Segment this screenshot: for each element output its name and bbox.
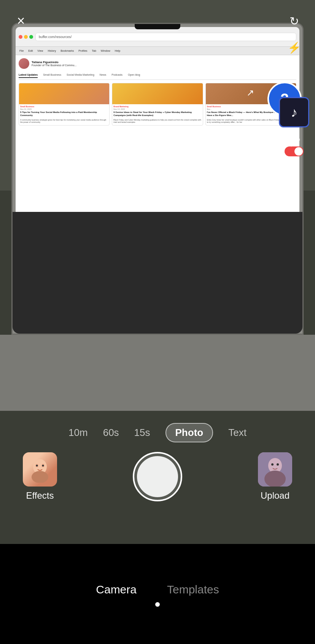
effects-button[interactable]: Effects <box>23 452 57 501</box>
svg-point-8 <box>264 471 286 487</box>
bottom-tabs: Camera Templates <box>0 568 315 596</box>
toggle-switch: ✓ <box>285 146 304 156</box>
laptop-keyboard <box>13 212 302 334</box>
effects-thumbnail <box>23 452 57 487</box>
effects-thumb-image <box>23 452 57 487</box>
mode-60s[interactable]: 60s <box>103 427 119 439</box>
upload-face-svg <box>258 452 292 487</box>
upload-label: Upload <box>261 490 290 501</box>
flash-button[interactable]: ⚡ <box>285 38 304 57</box>
mode-photo[interactable]: Photo <box>165 423 213 442</box>
tab-latest-updates: Latest Updates <box>19 73 38 78</box>
bottom-bar: Camera Templates <box>0 568 315 644</box>
card-desc-1: A community business strategist gives he… <box>19 118 109 125</box>
close-button[interactable]: × <box>11 11 30 30</box>
camera-controls: Effects Upload <box>0 446 315 507</box>
tab-camera[interactable]: Camera <box>96 583 137 596</box>
upload-thumb-image <box>258 452 292 487</box>
author-avatar <box>19 58 29 69</box>
close-icon: × <box>17 13 25 29</box>
svg-point-1 <box>32 471 48 483</box>
card-image-1 <box>19 83 109 104</box>
top-controls: × ↻ ⚡ <box>0 11 315 57</box>
shutter-inner <box>137 456 178 497</box>
upload-button[interactable]: Upload <box>258 452 292 501</box>
mode-10m[interactable]: 10m <box>68 427 88 439</box>
tab-small-business: Small Business <box>43 73 61 78</box>
svg-point-4 <box>36 465 38 467</box>
upload-thumbnail <box>258 452 292 487</box>
tab-podcasts: Podcasts <box>111 73 123 78</box>
flash-icon: ⚡ <box>288 41 301 54</box>
card-category-1: Small Business <box>19 104 109 108</box>
toggle-area: ✓ <box>285 146 304 156</box>
music-note-icon: ♪ <box>291 105 298 120</box>
laptop-bottom <box>0 335 315 411</box>
shutter-button[interactable] <box>133 452 182 501</box>
control-dot-2 <box>294 137 300 142</box>
laptop: buffer.com/resources/ File Edit View His… <box>11 23 304 335</box>
mode-15s[interactable]: 15s <box>134 427 150 439</box>
music-widget: ♪ <box>279 97 309 127</box>
author-block: Tatiana Figueiredo Founder of The Busine… <box>19 58 296 69</box>
effects-label: Effects <box>26 490 54 501</box>
mode-text[interactable]: Text <box>228 427 247 439</box>
mode-selector: 10m 60s 15s Photo Text <box>0 423 315 442</box>
card-title-1: 5 Tips for Turning Your Social Media Fol… <box>19 110 109 118</box>
svg-point-10 <box>277 463 279 466</box>
sparkle-icon: ✦ <box>288 141 294 149</box>
cursor-arrow-icon: ↗ <box>247 87 262 103</box>
tab-social-media: Social Media Marketing <box>67 73 94 78</box>
card-image-2 <box>112 83 202 104</box>
author-name: Tatiana Figueiredo <box>32 60 76 64</box>
tab-templates[interactable]: Templates <box>167 583 219 596</box>
effects-face-svg <box>29 456 51 483</box>
browser-tabs-row: Latest Updates Small Business Social Med… <box>19 72 296 80</box>
toggle-check-icon: ✓ <box>299 148 302 153</box>
tab-news: News <box>100 73 107 78</box>
rotate-camera-button[interactable]: ↻ <box>285 11 304 30</box>
top-right-controls: ↻ ⚡ <box>285 11 304 57</box>
card-title-2: 9 Genius Ideas to Steal for Your Black F… <box>112 110 202 118</box>
svg-point-9 <box>271 463 274 466</box>
card-category-2: Brand Marketing <box>112 104 202 108</box>
rotate-icon: ↻ <box>290 14 299 28</box>
article-card-2: Brand Marketing Nov 13, 2023 9 Genius Id… <box>112 83 203 126</box>
card-desc-2: Black Friday and Cyber Monday marketing … <box>112 118 202 125</box>
article-card-1: Small Business Nov 14, 2023 5 Tips for T… <box>19 83 110 126</box>
bottom-page-indicator <box>155 602 160 607</box>
tab-open-blog: Open blog <box>128 73 140 78</box>
svg-point-5 <box>42 465 44 467</box>
author-title: Founder of The Business of Commu... <box>32 64 76 67</box>
